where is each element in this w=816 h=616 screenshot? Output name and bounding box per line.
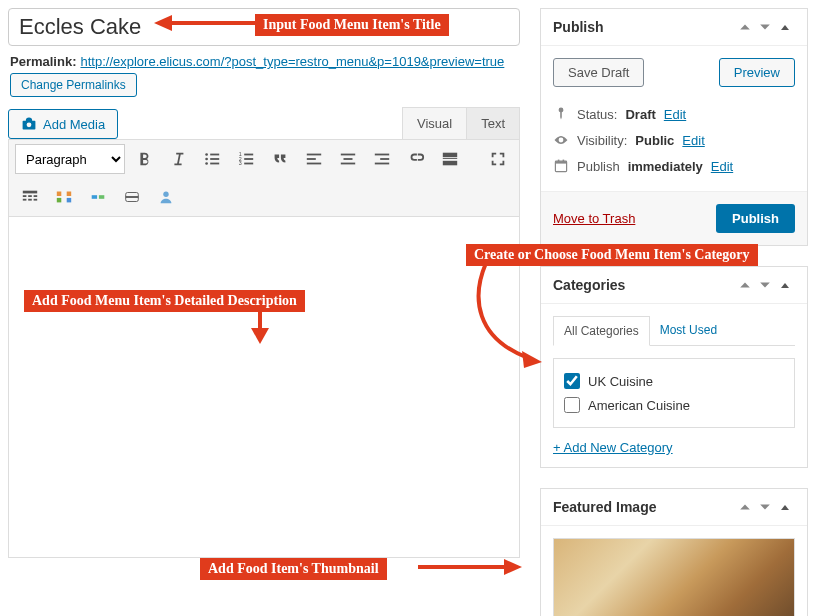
featured-image-thumbnail[interactable]	[553, 538, 795, 616]
svg-rect-23	[443, 161, 457, 166]
svg-rect-20	[375, 163, 389, 165]
move-to-trash-link[interactable]: Move to Trash	[553, 211, 635, 226]
category-checkbox[interactable]	[564, 397, 580, 413]
status-edit-link[interactable]: Edit	[664, 107, 686, 122]
svg-rect-38	[558, 160, 560, 162]
svg-point-35	[163, 192, 168, 197]
change-permalinks-button[interactable]: Change Permalinks	[10, 73, 137, 97]
svg-point-4	[205, 162, 208, 165]
permalink-url[interactable]: http://explore.elicus.com/?post_type=res…	[80, 54, 504, 69]
featured-image-panel-title: Featured Image	[553, 499, 735, 515]
bold-button[interactable]	[129, 144, 159, 174]
triangle-up-icon[interactable]	[775, 497, 795, 517]
italic-button[interactable]	[163, 144, 193, 174]
svg-rect-30	[34, 199, 38, 201]
svg-point-0	[205, 153, 208, 156]
chevron-down-icon[interactable]	[755, 17, 775, 37]
svg-rect-14	[307, 163, 321, 165]
svg-rect-25	[23, 195, 27, 197]
fullscreen-button[interactable]	[483, 144, 513, 174]
shortcode-button[interactable]	[49, 182, 79, 212]
tab-all-categories[interactable]: All Categories	[553, 316, 650, 346]
read-more-button[interactable]	[435, 144, 465, 174]
svg-rect-3	[210, 158, 219, 160]
chevron-up-icon[interactable]	[735, 275, 755, 295]
category-item[interactable]: UK Cuisine	[564, 369, 784, 393]
svg-rect-28	[23, 199, 27, 201]
svg-rect-16	[344, 158, 353, 160]
svg-marker-44	[522, 351, 542, 368]
editor-tabs: Visual Text	[402, 107, 520, 139]
svg-rect-29	[28, 199, 32, 201]
preview-button[interactable]: Preview	[719, 58, 795, 87]
categories-panel: Categories All Categories Most Used UK C…	[540, 266, 808, 468]
publish-button[interactable]: Publish	[716, 204, 795, 233]
divider-button[interactable]	[117, 182, 147, 212]
calendar-icon	[553, 158, 569, 174]
content-textarea[interactable]	[9, 217, 519, 557]
chevron-up-icon[interactable]	[735, 17, 755, 37]
columns-button[interactable]	[83, 182, 113, 212]
eye-icon	[553, 132, 569, 148]
toolbar-toggle-button[interactable]	[15, 182, 45, 212]
numbered-list-button[interactable]: 123	[231, 144, 261, 174]
category-item[interactable]: American Cuisine	[564, 393, 784, 417]
tab-most-used[interactable]: Most Used	[650, 316, 727, 346]
visibility-label: Visibility:	[577, 133, 627, 148]
add-new-category-link[interactable]: + Add New Category	[553, 440, 673, 455]
svg-text:3: 3	[239, 160, 242, 166]
schedule-label: Publish	[577, 159, 620, 174]
triangle-up-icon[interactable]	[775, 275, 795, 295]
bullet-list-button[interactable]	[197, 144, 227, 174]
category-label: American Cuisine	[588, 398, 690, 413]
chevron-down-icon[interactable]	[755, 497, 775, 517]
svg-rect-13	[307, 158, 316, 160]
title-input[interactable]	[8, 8, 520, 46]
svg-rect-26	[28, 195, 32, 197]
featured-image-panel: Featured Image	[540, 488, 808, 616]
status-value: Draft	[625, 107, 655, 122]
svg-rect-27	[34, 195, 38, 197]
quote-button[interactable]	[265, 144, 295, 174]
align-center-button[interactable]	[333, 144, 363, 174]
save-draft-button[interactable]: Save Draft	[553, 58, 644, 87]
align-left-button[interactable]	[299, 144, 329, 174]
categories-panel-title: Categories	[553, 277, 735, 293]
align-right-button[interactable]	[367, 144, 397, 174]
svg-rect-39	[563, 160, 565, 162]
link-button[interactable]	[401, 144, 431, 174]
svg-rect-5	[210, 163, 219, 165]
visibility-edit-link[interactable]: Edit	[682, 133, 704, 148]
camera-icon	[21, 116, 37, 132]
chevron-down-icon[interactable]	[755, 275, 775, 295]
tab-text[interactable]: Text	[466, 107, 520, 139]
svg-rect-15	[341, 154, 355, 156]
svg-rect-32	[99, 195, 104, 199]
svg-rect-22	[443, 158, 457, 159]
add-media-button[interactable]: Add Media	[8, 109, 118, 139]
format-select[interactable]: Paragraph	[15, 144, 125, 174]
svg-rect-31	[92, 195, 97, 199]
category-label: UK Cuisine	[588, 374, 653, 389]
schedule-value: immediately	[628, 159, 703, 174]
chevron-up-icon[interactable]	[735, 497, 755, 517]
svg-rect-17	[341, 163, 355, 165]
svg-rect-11	[244, 163, 253, 165]
user-button[interactable]	[151, 182, 181, 212]
svg-rect-24	[23, 191, 37, 194]
svg-rect-19	[380, 158, 389, 160]
category-checkbox[interactable]	[564, 373, 580, 389]
category-list: UK Cuisine American Cuisine	[553, 358, 795, 428]
svg-rect-9	[244, 158, 253, 160]
svg-rect-12	[307, 154, 321, 156]
toolbar: Paragraph 123	[9, 140, 519, 217]
triangle-up-icon[interactable]	[775, 17, 795, 37]
editor: Paragraph 123	[8, 139, 520, 558]
schedule-edit-link[interactable]: Edit	[711, 159, 733, 174]
pin-icon	[553, 106, 569, 122]
svg-rect-34	[126, 196, 139, 198]
permalink-label: Permalink:	[10, 54, 76, 69]
add-media-label: Add Media	[43, 117, 105, 132]
tab-visual[interactable]: Visual	[402, 107, 467, 139]
publish-panel: Publish Save Draft Preview Status: Draft…	[540, 8, 808, 246]
